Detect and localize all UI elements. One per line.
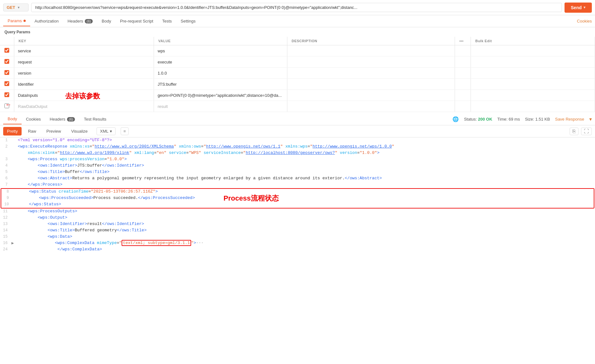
code-line-1: 1 <?xml version="1.0" encoding="UTF-8"?> <box>0 137 595 144</box>
row-key-version: version <box>14 68 154 79</box>
row-desc-service <box>287 45 455 56</box>
code-toolbar: Pretty Raw Preview Visualize XML ▾ ≡ ⎘ ⛶ <box>0 125 595 137</box>
tab-headers-response[interactable]: Headers (6) <box>45 114 80 124</box>
annotation-arrow: ← <box>5 101 12 108</box>
code-line-3: 3 <wps:Process wps:processVersion="1.0.0… <box>0 156 595 163</box>
row-checkbox-service[interactable] <box>4 48 9 53</box>
table-row-rawdataoutput: RawDataOutput ← 去掉该参数 result <box>0 101 595 112</box>
code-line-11: 11 <wps:ProcessOutputs> <box>0 208 595 215</box>
query-params-header: Query Params <box>0 27 595 37</box>
send-button[interactable]: Send ▾ <box>565 3 592 13</box>
col-checkbox <box>0 37 14 45</box>
code-line-14: 14 <ows:Title>Buffered geometry</ows:Tit… <box>0 228 595 234</box>
code-line-12: 12 <wps:Output> <box>0 215 595 221</box>
filter-button[interactable]: ≡ <box>121 127 129 135</box>
tab-tests[interactable]: Tests <box>158 16 176 26</box>
code-line-2: 2 <wps:ExecuteResponse xmlns:xs="http://… <box>0 144 595 150</box>
row-dots-service[interactable] <box>455 45 471 56</box>
code-line-5: 5 <ows:Title>Buffer</ows:Title> <box>0 169 595 175</box>
code-line-4: 4 <ows:Identifier>JTS:buffer</ows:Identi… <box>0 163 595 169</box>
code-area: 1 <?xml version="1.0" encoding="UTF-8"?>… <box>0 137 595 317</box>
row-value-datainputs: geom=POINT(0 0)@mimetype="application/wk… <box>154 90 287 101</box>
row-value-identifier: JTS:buffer <box>154 79 287 90</box>
method-select[interactable]: GET ▾ <box>3 3 29 11</box>
tab-cookies-response[interactable]: Cookies <box>22 114 45 124</box>
code-line-13: 13 <ows:Identifier>result</ows:Identifie… <box>0 221 595 228</box>
send-chevron-icon: ▾ <box>584 5 585 10</box>
tab-prerequest[interactable]: Pre-request Script <box>116 16 158 26</box>
table-row: Identifier JTS:buffer <box>0 79 595 90</box>
tab-test-results[interactable]: Test Results <box>79 114 111 124</box>
row-value-request: execute <box>154 56 287 68</box>
params-table: KEY VALUE DESCRIPTION ••• Bulk Edit serv… <box>0 37 595 112</box>
code-line-15: 15 <wps:Data> <box>0 234 595 240</box>
row-value-rawdataoutput: result <box>154 101 287 112</box>
col-value: VALUE <box>154 37 287 45</box>
format-select-chevron: ▾ <box>110 129 112 134</box>
code-tab-preview[interactable]: Preview <box>43 127 65 136</box>
status-ok: 200 OK <box>478 117 492 122</box>
row-key-rawdataoutput: RawDataOutput ← 去掉该参数 <box>14 101 154 112</box>
filter-icon: ≡ <box>124 129 126 134</box>
row-value-version: 1.0.0 <box>154 68 287 79</box>
save-response-button[interactable]: Save Response <box>555 117 584 122</box>
tab-settings[interactable]: Settings <box>176 16 200 26</box>
copy-icon[interactable]: ⎘ <box>570 128 578 135</box>
table-row: version 1.0.0 <box>0 68 595 79</box>
code-line-7: 7 </wps:Process> <box>0 182 595 188</box>
response-tab-bar: Body Cookies Headers (6) Test Results 🌐 … <box>0 113 595 125</box>
send-label: Send <box>571 5 582 10</box>
code-toolbar-right: ⎘ ⛶ <box>570 128 592 135</box>
bulk-edit-button[interactable]: Bulk Edit <box>471 37 595 45</box>
col-dots[interactable]: ••• <box>455 37 471 45</box>
tab-authorization[interactable]: Authorization <box>30 16 63 26</box>
url-input[interactable] <box>31 3 562 12</box>
params-dot <box>23 20 26 22</box>
format-select[interactable]: XML ▾ <box>97 127 116 135</box>
top-bar: GET ▾ Send ▾ <box>0 0 595 15</box>
cookies-link[interactable]: Cookies <box>577 19 592 23</box>
row-key-service: service <box>14 45 154 56</box>
tab-headers[interactable]: Headers (6) <box>63 16 97 26</box>
tab-body[interactable]: Body <box>97 16 116 26</box>
code-tab-pretty[interactable]: Pretty <box>3 127 22 136</box>
line-16-expand[interactable]: ▶ <box>11 241 14 246</box>
method-chevron: ▾ <box>18 6 19 9</box>
expand-icon[interactable]: ⛶ <box>581 128 592 135</box>
code-line-24: 24 </wps:ComplexData> <box>0 247 595 253</box>
time-value: 69 ms <box>509 117 520 122</box>
code-line-16: 16 ▶ <wps:ComplexData mimeType="text/xml… <box>0 240 595 247</box>
row-checkbox-datainputs[interactable] <box>4 92 9 97</box>
process-status-annotation: Process流程状态 <box>224 194 595 203</box>
row-key-request: request <box>14 56 154 68</box>
code-tab-visualize[interactable]: Visualize <box>67 127 91 136</box>
response-status-bar: 🌐 Status: 200 OK Time: 69 ms Size: 1.51 … <box>452 116 592 122</box>
request-tab-bar: Params Authorization Headers (6) Body Pr… <box>0 15 595 27</box>
tab-params[interactable]: Params <box>3 16 30 26</box>
row-value-service: wps <box>154 45 287 56</box>
size-value: 1.51 KB <box>535 117 550 122</box>
annotation-remove-param: 去掉该参数 <box>65 91 100 101</box>
code-line-2b: xmlns:xlink="http://www.w3.org/1999/xlin… <box>0 150 595 156</box>
format-select-label: XML <box>100 129 109 134</box>
row-checkbox-request[interactable] <box>4 59 9 64</box>
row-checkbox-identifier[interactable] <box>4 81 9 86</box>
code-tab-raw[interactable]: Raw <box>24 127 40 136</box>
code-line-6: 6 <ows:Abstract>Returns a polygonal geom… <box>0 175 595 182</box>
globe-icon: 🌐 <box>452 116 459 122</box>
method-label: GET <box>7 5 15 10</box>
status-highlight-box: Process流程状态 8 <wps:Status creationTime="… <box>1 188 594 208</box>
save-response-chevron[interactable]: ▾ <box>589 116 592 122</box>
row-checkbox-version[interactable] <box>4 70 9 75</box>
row-desc-request <box>287 56 455 68</box>
col-description: DESCRIPTION <box>287 37 455 45</box>
col-key: KEY <box>14 37 154 45</box>
params-table-wrapper: KEY VALUE DESCRIPTION ••• Bulk Edit serv… <box>0 37 595 112</box>
table-row: request execute <box>0 56 595 68</box>
tab-body-response[interactable]: Body <box>3 114 22 124</box>
row-key-identifier: Identifier <box>14 79 154 90</box>
table-row: service wps <box>0 45 595 56</box>
